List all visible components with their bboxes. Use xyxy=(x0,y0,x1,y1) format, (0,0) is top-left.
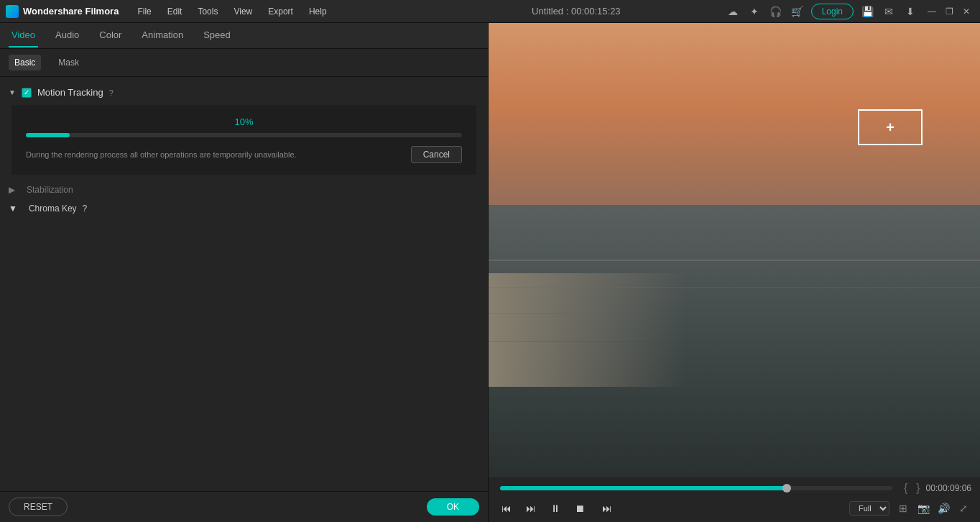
progress-box: 10% During the rendering process all oth… xyxy=(11,105,476,175)
playback-progress-thumb xyxy=(782,484,791,493)
app-name: Wondershare Filmora xyxy=(23,6,119,17)
project-title: Untitled : 00:00:15:23 xyxy=(427,6,725,17)
volume-icon[interactable]: 🔊 xyxy=(935,500,951,516)
playback-controls: ⏮ ⏭ ⏸ ⏹ ⏭ Full 1/2 1/4 ⊞ 📷 🔊 ⤢ xyxy=(497,499,971,518)
tab-audio[interactable]: Audio xyxy=(52,24,82,47)
motion-tracking-header[interactable]: ▼ ✓ Motion Tracking ? xyxy=(6,83,482,102)
tab-speed[interactable]: Speed xyxy=(200,24,234,47)
progress-bar-background xyxy=(26,133,462,137)
panel-bottom: RESET OK xyxy=(0,491,488,522)
playback-bar: { } 00:00:09:06 ⏮ ⏭ ⏸ ⏹ ⏭ Full 1/2 1/4 ⊞… xyxy=(489,477,980,522)
menu-help[interactable]: Help xyxy=(302,4,334,19)
playback-progress-fill xyxy=(500,486,787,490)
sub-tab-mask[interactable]: Mask xyxy=(52,55,85,70)
menu-view[interactable]: View xyxy=(226,4,259,19)
menu-edit[interactable]: Edit xyxy=(160,4,190,19)
menu-tools[interactable]: Tools xyxy=(190,4,225,19)
menu-bar: Wondershare Filmora File Edit Tools View… xyxy=(0,0,980,23)
right-panel: + { } 00:00:09:06 ⏮ ⏭ ⏸ ⏹ ⏭ xyxy=(489,23,980,522)
download-icon[interactable]: ⬇ xyxy=(902,4,918,19)
progress-row: During the rendering process all other o… xyxy=(26,146,462,163)
stabilization-label: Stabilization xyxy=(27,185,73,195)
preview-video: + xyxy=(489,23,980,477)
cancel-button[interactable]: Cancel xyxy=(411,146,462,163)
chroma-key-section: ▼ Chroma Key ? xyxy=(6,199,482,218)
progress-message: During the rendering process all other o… xyxy=(26,150,411,159)
fullscreen-icon[interactable]: ⤢ xyxy=(956,500,971,516)
left-bracket: { xyxy=(904,482,907,495)
save-icon[interactable]: 💾 xyxy=(859,4,875,19)
motion-tracking-section: ▼ ✓ Motion Tracking ? 10% During the ren… xyxy=(6,83,482,175)
progress-bar-fill xyxy=(26,133,70,137)
crosshair-plus-icon: + xyxy=(886,119,895,136)
sun-icon[interactable]: ✦ xyxy=(746,4,762,19)
tab-video[interactable]: Video xyxy=(9,24,38,47)
headphone-icon[interactable]: 🎧 xyxy=(768,4,784,19)
time-display: 00:00:09:06 xyxy=(926,483,971,493)
logo-icon xyxy=(6,5,19,18)
chroma-chevron-icon: ▼ xyxy=(9,203,17,214)
tab-color[interactable]: Color xyxy=(96,24,124,47)
panel-content: ▼ ✓ Motion Tracking ? 10% During the ren… xyxy=(0,77,488,491)
cart-icon[interactable]: 🛒 xyxy=(790,4,805,19)
menu-file[interactable]: File xyxy=(130,4,158,19)
sub-tab-basic[interactable]: Basic xyxy=(9,55,41,70)
app-logo: Wondershare Filmora xyxy=(6,5,119,18)
motion-tracking-help-icon[interactable]: ? xyxy=(109,88,114,97)
menu-items: File Edit Tools View Export Help xyxy=(130,4,427,19)
skip-to-start-button[interactable]: ⏮ xyxy=(497,499,516,518)
tab-animation[interactable]: Animation xyxy=(139,24,186,47)
chroma-key-help-icon[interactable]: ? xyxy=(83,203,88,214)
ok-button[interactable]: OK xyxy=(427,498,479,516)
stabilization-section: ▶ Stabilization xyxy=(6,180,482,199)
header-actions: ☁ ✦ 🎧 🛒 Login 💾 ✉ ⬇ xyxy=(725,4,918,19)
maximize-button[interactable]: ❐ xyxy=(941,4,957,19)
reset-button[interactable]: RESET xyxy=(9,498,68,516)
cloud-icon[interactable]: ☁ xyxy=(725,4,741,19)
screenshot-icon[interactable]: 📷 xyxy=(915,500,931,516)
view-icons: ⊞ 📷 🔊 ⤢ xyxy=(895,500,971,516)
preview-area: + xyxy=(489,23,980,477)
stab-chevron-icon: ▶ xyxy=(9,185,15,195)
sand-layer xyxy=(489,273,685,387)
fit-screen-icon[interactable]: ⊞ xyxy=(895,500,911,516)
login-button[interactable]: Login xyxy=(811,4,854,19)
skip-forward-button[interactable]: ⏭ xyxy=(598,499,616,518)
window-controls: — ❐ ✕ xyxy=(924,4,974,19)
mail-icon[interactable]: ✉ xyxy=(881,4,897,19)
motion-tracking-label: Motion Tracking xyxy=(37,87,103,98)
tracking-box: + xyxy=(858,109,923,145)
sub-tabs: Basic Mask xyxy=(0,49,488,77)
step-back-button[interactable]: ⏭ xyxy=(522,499,540,518)
menu-export[interactable]: Export xyxy=(261,4,300,19)
quality-select[interactable]: Full 1/2 1/4 xyxy=(849,501,889,516)
chevron-down-icon: ▼ xyxy=(9,88,16,96)
close-button[interactable]: ✕ xyxy=(958,4,974,19)
left-panel: Video Audio Color Animation Speed Basic … xyxy=(0,23,489,522)
main-layout: Video Audio Color Animation Speed Basic … xyxy=(0,23,980,522)
pause-button[interactable]: ⏸ xyxy=(546,499,565,518)
right-bracket: } xyxy=(916,482,920,495)
playback-progress-track[interactable] xyxy=(500,486,892,490)
progress-percent: 10% xyxy=(26,116,462,127)
motion-tracking-checkbox[interactable]: ✓ xyxy=(22,88,32,98)
chroma-key-label: Chroma Key xyxy=(29,203,77,214)
minimize-button[interactable]: — xyxy=(924,4,940,19)
main-tabs: Video Audio Color Animation Speed xyxy=(0,23,488,49)
stop-button[interactable]: ⏹ xyxy=(570,499,589,518)
